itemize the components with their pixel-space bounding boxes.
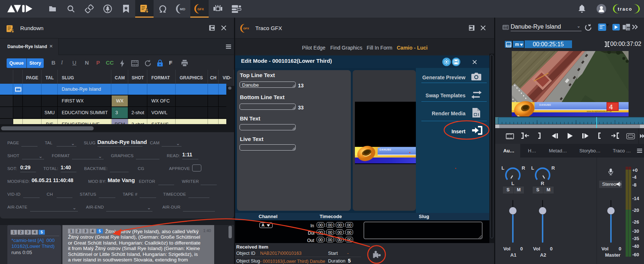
svg-text:MD: MD — [180, 7, 186, 11]
svg-text:DANUBE: DANUBE — [539, 104, 551, 106]
svg-text:GFX: GFX — [198, 7, 204, 11]
svg-text:traco: traco — [618, 7, 633, 12]
svg-text:GFX: GFX — [243, 27, 249, 30]
svg-text:4: 4 — [609, 104, 613, 111]
